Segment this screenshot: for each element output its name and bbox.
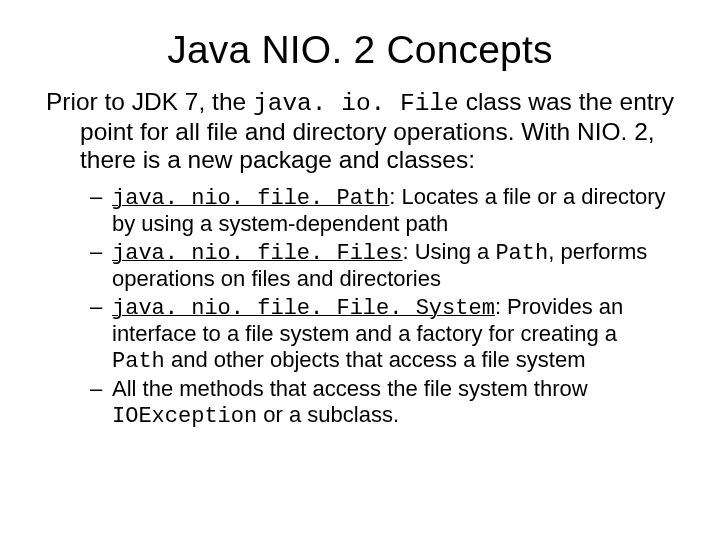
bullet-post: or a subclass.	[257, 402, 399, 427]
bullet-post: and other objects that access a file sys…	[165, 347, 586, 372]
bullet-mid-code: IOException	[112, 404, 257, 429]
intro-paragraph: Prior to JDK 7, the java. io. File class…	[46, 88, 674, 174]
slide: Java NIO. 2 Concepts Prior to JDK 7, the…	[0, 0, 720, 540]
bullet-code: java. nio. file. Path	[112, 186, 389, 211]
bullet-sep: :	[495, 294, 507, 319]
list-item: java. nio. file. Path: Locates a file or…	[90, 184, 674, 237]
bullet-sep: :	[402, 239, 414, 264]
slide-title: Java NIO. 2 Concepts	[46, 28, 674, 72]
list-item: java. nio. file. File. System: Provides …	[90, 294, 674, 375]
bullet-code: java. nio. file. File. System	[112, 296, 495, 321]
bullet-mid-code: Path	[495, 241, 548, 266]
bullet-sep: :	[389, 184, 401, 209]
bullet-list: java. nio. file. Path: Locates a file or…	[46, 184, 674, 430]
intro-lead: Prior to JDK 7, the	[46, 88, 253, 115]
list-item: All the methods that access the file sys…	[90, 376, 674, 429]
bullet-code: java. nio. file. Files	[112, 241, 402, 266]
bullet-mid-code: Path	[112, 349, 165, 374]
intro-code: java. io. File	[253, 90, 459, 117]
list-item: java. nio. file. Files: Using a Path, pe…	[90, 239, 674, 292]
bullet-pre: Using a	[415, 239, 496, 264]
bullet-pre: All the methods that access the file sys…	[112, 376, 588, 401]
